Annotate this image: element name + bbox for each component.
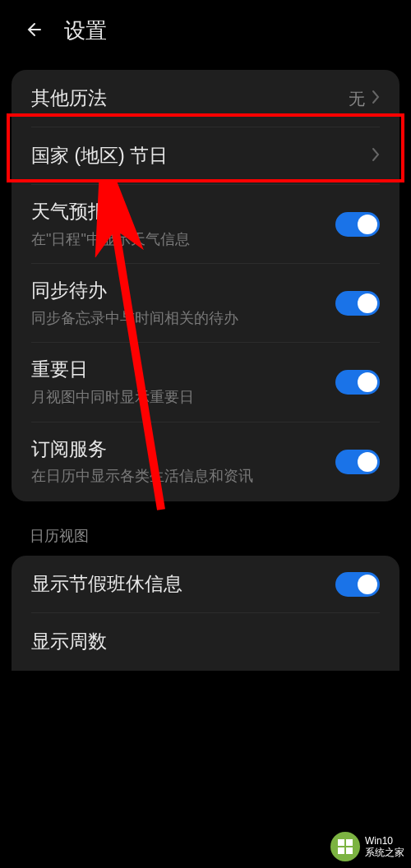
row-subtitle: 在日历中显示各类生活信息和资讯 xyxy=(31,466,335,486)
settings-group-calendar-view: 显示节假班休信息 显示周数 xyxy=(12,556,399,671)
watermark-text: Win10 系统之家 xyxy=(365,835,404,859)
row-show-holiday-info[interactable]: 显示节假班休信息 xyxy=(12,556,399,613)
toggle-holiday-info[interactable] xyxy=(335,572,380,597)
toggle-sync-todo[interactable] xyxy=(335,291,380,316)
toggle-weather[interactable] xyxy=(335,212,380,237)
row-subtitle: 月视图中同时显示重要日 xyxy=(31,387,335,407)
row-title: 同步待办 xyxy=(31,279,335,303)
chevron-right-icon xyxy=(372,90,380,108)
row-country-holidays[interactable]: 国家 (地区) 节日 xyxy=(12,127,399,185)
watermark: Win10 系统之家 xyxy=(330,832,404,861)
row-subscribe-service[interactable]: 订阅服务 在日历中显示各类生活信息和资讯 xyxy=(12,422,399,501)
svg-rect-6 xyxy=(346,847,353,854)
row-title: 重要日 xyxy=(31,358,335,382)
row-sync-todo[interactable]: 同步待办 同步备忘录中与时间相关的待办 xyxy=(12,264,399,343)
row-other-calendar[interactable]: 其他历法 无 xyxy=(12,70,399,127)
row-weather[interactable]: 天气预报 在"日程"中显示天气信息 xyxy=(12,185,399,264)
row-show-week-number[interactable]: 显示周数 xyxy=(12,613,399,671)
section-label-calendar-view: 日历视图 xyxy=(0,521,411,556)
watermark-logo-icon xyxy=(330,832,360,861)
settings-group-general: 其他历法 无 国家 (地区) 节日 天气预报 在"日程"中显示天气信息 同步待办… xyxy=(12,70,399,501)
svg-rect-5 xyxy=(338,847,344,854)
row-title: 国家 (地区) 节日 xyxy=(31,144,372,169)
toggle-subscribe[interactable] xyxy=(335,450,380,474)
svg-rect-4 xyxy=(346,839,353,846)
chevron-right-icon xyxy=(372,147,380,165)
row-important-day[interactable]: 重要日 月视图中同时显示重要日 xyxy=(12,343,399,422)
row-title: 显示节假班休信息 xyxy=(31,572,335,597)
page-title: 设置 xyxy=(64,16,107,45)
row-subtitle: 在"日程"中显示天气信息 xyxy=(31,229,335,249)
row-value: 无 xyxy=(349,88,365,110)
row-subtitle: 同步备忘录中与时间相关的待办 xyxy=(31,308,335,328)
row-title: 其他历法 xyxy=(31,86,349,111)
back-icon[interactable] xyxy=(25,20,44,43)
svg-rect-3 xyxy=(338,839,344,846)
row-title: 显示周数 xyxy=(31,630,380,654)
header-bar: 设置 xyxy=(0,0,411,70)
row-title: 天气预报 xyxy=(31,200,335,224)
row-title: 订阅服务 xyxy=(31,437,335,462)
toggle-important[interactable] xyxy=(335,370,380,395)
svg-point-2 xyxy=(330,832,360,861)
